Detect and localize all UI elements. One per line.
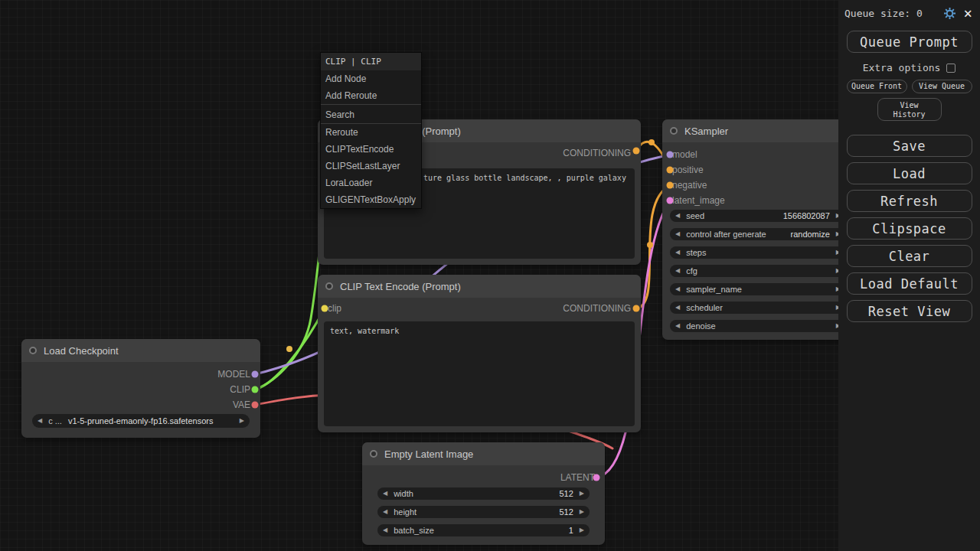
node-collapse-dot[interactable] xyxy=(670,127,678,135)
settings-gear-icon[interactable] xyxy=(944,8,956,19)
previous-arrow-icon[interactable]: ◀ xyxy=(38,415,42,427)
widget-label: scheduler xyxy=(686,303,723,312)
node-collapse-dot[interactable] xyxy=(29,347,37,354)
sidebar-menu: Queue size: 0 × Queue Prompt Extra optio… xyxy=(838,0,980,551)
control-after-generate-widget[interactable]: ◀ control after generate randomize ▶ xyxy=(670,228,846,240)
refresh-button[interactable]: Refresh xyxy=(847,190,972,212)
clear-button[interactable]: Clear xyxy=(847,245,972,267)
menu-item-loraloader[interactable]: LoraLoader xyxy=(321,174,421,191)
sampler-name-widget[interactable]: ◀ sampler_name ▶ xyxy=(670,283,846,295)
node-title-bar[interactable]: KSampler xyxy=(662,119,854,142)
wire-clip-to-bottom-encoder xyxy=(255,308,325,390)
prompt-text: ture glass bottle landscape, , purple ga… xyxy=(423,173,626,183)
view-history-button[interactable]: View History xyxy=(877,98,942,121)
close-icon[interactable]: × xyxy=(964,6,972,21)
model-output-label: MODEL xyxy=(217,369,250,380)
steps-widget[interactable]: ◀ steps ▶ xyxy=(670,246,846,259)
prompt-text: text, watermark xyxy=(330,327,399,335)
queue-prompt-button[interactable]: Queue Prompt xyxy=(847,31,972,53)
menu-item-cliptextencode[interactable]: CLIPTextEncode xyxy=(321,141,421,158)
node-title-bar[interactable]: Load Checkpoint xyxy=(21,339,260,362)
prompt-textarea[interactable]: text, watermark xyxy=(324,321,635,426)
widget-label: c ... xyxy=(48,416,62,425)
latent-output-label: LATENT xyxy=(560,472,595,483)
decrement-arrow-icon[interactable]: ◀ xyxy=(675,320,680,332)
increment-arrow-icon[interactable]: ▶ xyxy=(580,506,584,518)
extra-options-checkbox[interactable] xyxy=(946,64,956,73)
decrement-arrow-icon[interactable]: ◀ xyxy=(675,228,680,240)
save-button[interactable]: Save xyxy=(847,135,972,157)
menu-item-add-node[interactable]: Add Node xyxy=(321,70,421,87)
queue-front-button[interactable]: Queue Front xyxy=(847,80,907,93)
batch-size-widget[interactable]: ◀ batch_size 1 ▶ xyxy=(377,524,590,536)
scheduler-widget[interactable]: ◀ scheduler ▶ xyxy=(670,302,846,314)
node-collapse-dot[interactable] xyxy=(370,450,377,458)
node-ksampler[interactable]: KSampler model positive negative latent_… xyxy=(662,119,854,340)
cfg-widget[interactable]: ◀ cfg ▶ xyxy=(670,265,846,277)
increment-arrow-icon[interactable]: ▶ xyxy=(580,487,584,500)
load-default-button[interactable]: Load Default xyxy=(847,272,972,295)
widget-label: cfg xyxy=(686,266,697,276)
widget-value: 1566802087 xyxy=(783,211,830,220)
latent-image-input-label: latent_image xyxy=(672,195,725,206)
context-menu: CLIP | CLIP Add Node Add Reroute Search … xyxy=(320,52,422,209)
extra-options-label: Extra options xyxy=(863,62,941,73)
node-clip-text-encode-2[interactable]: CLIP Text Encode (Prompt) clip CONDITION… xyxy=(318,275,641,432)
context-menu-header: CLIP | CLIP xyxy=(321,53,421,70)
widget-value: 512 xyxy=(559,507,573,517)
node-title: Empty Latent Image xyxy=(384,448,473,460)
decrement-arrow-icon[interactable]: ◀ xyxy=(383,487,387,500)
view-queue-button[interactable]: View Queue xyxy=(912,80,972,93)
reset-view-button[interactable]: Reset View xyxy=(847,300,972,322)
next-arrow-icon[interactable]: ▶ xyxy=(240,415,244,427)
widget-label: denoise xyxy=(686,321,716,331)
widget-label: steps xyxy=(686,248,706,257)
widget-label: seed xyxy=(686,211,704,220)
decrement-arrow-icon[interactable]: ◀ xyxy=(383,506,387,518)
menu-item-gligentextboxapply[interactable]: GLIGENTextBoxApply xyxy=(321,191,421,208)
decrement-arrow-icon[interactable]: ◀ xyxy=(675,210,680,222)
widget-label: height xyxy=(394,507,416,517)
widget-value: v1-5-pruned-emaonly-fp16.safetensors xyxy=(68,416,214,425)
conditioning-output-label: CONDITIONING xyxy=(563,148,631,158)
queue-size-label: Queue size: 0 xyxy=(844,8,923,19)
decrement-arrow-icon[interactable]: ◀ xyxy=(675,283,680,295)
widget-label: control after generate xyxy=(686,230,766,239)
node-title-bar[interactable]: Empty Latent Image xyxy=(362,442,605,465)
height-widget[interactable]: ◀ height 512 ▶ xyxy=(377,506,590,518)
vae-output-label: VAE xyxy=(233,399,250,410)
clipspace-button[interactable]: Clipspace xyxy=(847,217,972,240)
node-collapse-dot[interactable] xyxy=(325,282,333,290)
positive-input-label: positive xyxy=(672,165,704,175)
model-input-label: model xyxy=(672,149,697,160)
width-widget[interactable]: ◀ width 512 ▶ xyxy=(377,487,590,500)
node-title: Load Checkpoint xyxy=(44,345,119,357)
node-graph-canvas[interactable]: CLIP Text Encode (Prompt) CONDITIONING t… xyxy=(0,0,980,551)
node-title-bar[interactable]: CLIP Text Encode (Prompt) xyxy=(318,275,641,298)
increment-arrow-icon[interactable]: ▶ xyxy=(580,524,584,536)
decrement-arrow-icon[interactable]: ◀ xyxy=(675,246,680,259)
negative-input-label: negative xyxy=(672,180,707,191)
decrement-arrow-icon[interactable]: ◀ xyxy=(675,265,680,277)
node-empty-latent-image[interactable]: Empty Latent Image LATENT ◀ width 512 ▶ … xyxy=(362,442,605,545)
node-title: KSampler xyxy=(684,126,728,137)
widget-value: randomize xyxy=(790,230,829,239)
ckpt-name-widget[interactable]: ◀ c ... v1-5-pruned-emaonly-fp16.safeten… xyxy=(32,414,250,428)
decrement-arrow-icon[interactable]: ◀ xyxy=(383,524,387,536)
conditioning-output-label: CONDITIONING xyxy=(563,303,631,314)
clip-output-label: CLIP xyxy=(230,384,250,395)
clip-input-label: clip xyxy=(328,303,341,314)
node-title: CLIP Text Encode (Prompt) xyxy=(340,281,461,292)
seed-widget[interactable]: ◀ seed 1566802087 ▶ xyxy=(670,210,846,222)
denoise-widget[interactable]: ◀ denoise ▶ xyxy=(670,320,846,332)
widget-value: 1 xyxy=(569,526,573,535)
load-button[interactable]: Load xyxy=(847,162,972,184)
menu-search-input[interactable]: Search xyxy=(321,104,421,124)
widget-label: sampler_name xyxy=(686,285,742,294)
menu-item-reroute[interactable]: Reroute xyxy=(321,124,421,141)
decrement-arrow-icon[interactable]: ◀ xyxy=(675,302,680,314)
node-load-checkpoint[interactable]: Load Checkpoint MODEL CLIP VAE ◀ c ... v… xyxy=(21,339,260,438)
menu-item-clipsetlastlayer[interactable]: CLIPSetLastLayer xyxy=(321,158,421,174)
widget-value: 512 xyxy=(559,489,573,498)
menu-item-add-reroute[interactable]: Add Reroute xyxy=(321,87,421,104)
